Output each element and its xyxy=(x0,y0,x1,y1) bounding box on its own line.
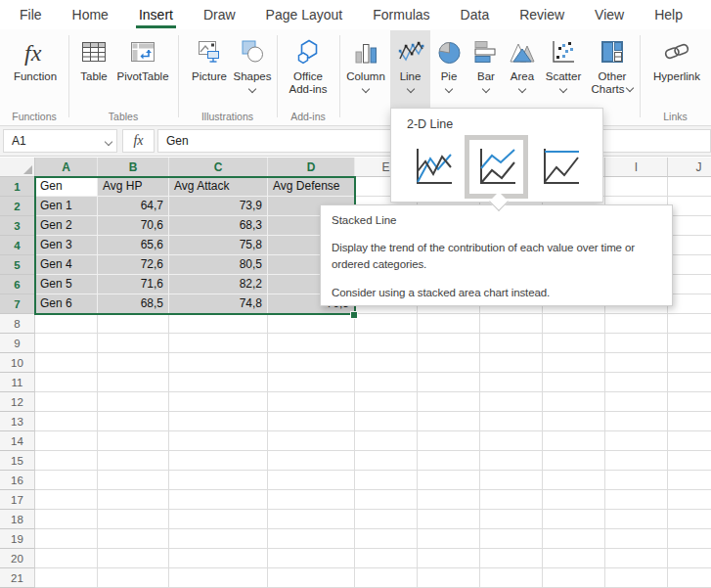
scatter-chart-button[interactable]: Scatter xyxy=(540,32,587,107)
grid-cell-F11[interactable] xyxy=(418,373,480,392)
grid-cell-H18[interactable] xyxy=(543,510,605,529)
grid-cell-J9[interactable] xyxy=(668,334,711,353)
grid-cell-A14[interactable] xyxy=(35,431,98,451)
menu-tab-view[interactable]: View xyxy=(595,0,624,29)
grid-cell-J21[interactable] xyxy=(668,568,711,588)
grid-cell-A6[interactable]: Gen 5 xyxy=(35,275,98,294)
grid-cell-B4[interactable]: 65,6 xyxy=(98,236,169,255)
grid-cell-A18[interactable] xyxy=(35,510,98,529)
row-header-19[interactable]: 19 xyxy=(0,529,35,549)
grid-cell-I15[interactable] xyxy=(605,451,668,471)
grid-cell-D14[interactable] xyxy=(268,431,355,451)
grid-cell-G8[interactable] xyxy=(480,314,543,334)
grid-cell-J6[interactable] xyxy=(668,275,711,294)
grid-cell-F8[interactable] xyxy=(418,314,480,334)
grid-cell-C3[interactable]: 68,3 xyxy=(169,216,268,236)
grid-cell-D20[interactable] xyxy=(268,549,355,568)
grid-cell-D19[interactable] xyxy=(268,529,355,549)
grid-cell-J12[interactable] xyxy=(668,392,711,412)
grid-cell-H8[interactable] xyxy=(543,314,605,334)
grid-cell-J17[interactable] xyxy=(668,490,711,510)
grid-cell-H12[interactable] xyxy=(543,392,605,412)
grid-cell-J18[interactable] xyxy=(668,510,711,529)
grid-cell-C2[interactable]: 73,9 xyxy=(169,197,268,216)
pie-chart-button[interactable]: Pie xyxy=(432,32,466,107)
grid-cell-E18[interactable] xyxy=(355,510,418,529)
grid-cell-G16[interactable] xyxy=(480,471,543,490)
grid-cell-A16[interactable] xyxy=(35,471,98,490)
grid-cell-D16[interactable] xyxy=(268,471,355,490)
grid-cell-H16[interactable] xyxy=(543,471,605,490)
grid-cell-H17[interactable] xyxy=(543,490,605,510)
grid-cell-E16[interactable] xyxy=(355,471,418,490)
grid-cell-B15[interactable] xyxy=(98,451,169,471)
grid-cell-J19[interactable] xyxy=(668,529,711,549)
grid-cell-A12[interactable] xyxy=(35,392,98,412)
grid-cell-J4[interactable] xyxy=(668,236,711,255)
grid-cell-D11[interactable] xyxy=(268,373,355,392)
grid-cell-I9[interactable] xyxy=(605,334,668,353)
grid-cell-E12[interactable] xyxy=(355,392,418,412)
grid-cell-G14[interactable] xyxy=(480,431,543,451)
grid-cell-B21[interactable] xyxy=(98,568,169,588)
grid-cell-A3[interactable]: Gen 2 xyxy=(35,216,98,236)
grid-cell-F16[interactable] xyxy=(418,471,480,490)
grid-cell-J10[interactable] xyxy=(668,353,711,373)
grid-cell-H21[interactable] xyxy=(543,568,605,588)
function-button[interactable]: fx Function xyxy=(8,32,63,107)
row-header-4[interactable]: 4 xyxy=(0,236,35,255)
grid-cell-B13[interactable] xyxy=(98,412,169,431)
grid-cell-J15[interactable] xyxy=(668,451,711,471)
grid-cell-F20[interactable] xyxy=(418,549,480,568)
grid-cell-G20[interactable] xyxy=(480,549,543,568)
table-button[interactable]: Table xyxy=(74,32,113,107)
area-chart-button[interactable]: Area xyxy=(504,32,541,107)
grid-cell-A4[interactable]: Gen 3 xyxy=(35,236,98,255)
grid-cell-F13[interactable] xyxy=(418,412,480,431)
grid-cell-A10[interactable] xyxy=(35,353,98,373)
row-header-2[interactable]: 2 xyxy=(0,197,35,216)
grid-cell-I12[interactable] xyxy=(605,392,668,412)
grid-cell-D15[interactable] xyxy=(268,451,355,471)
grid-cell-B2[interactable]: 64,7 xyxy=(98,197,169,216)
grid-cell-A8[interactable] xyxy=(35,314,98,334)
grid-cell-C17[interactable] xyxy=(169,490,268,510)
grid-cell-B6[interactable]: 71,6 xyxy=(98,275,169,294)
grid-cell-C4[interactable]: 75,8 xyxy=(169,236,268,255)
row-header-13[interactable]: 13 xyxy=(0,412,35,431)
row-header-1[interactable]: 1 xyxy=(0,177,35,197)
row-header-10[interactable]: 10 xyxy=(0,353,35,373)
grid-cell-G12[interactable] xyxy=(480,392,543,412)
column-header-J[interactable]: J xyxy=(668,158,711,177)
grid-cell-C18[interactable] xyxy=(169,510,268,529)
column-header-A[interactable]: A xyxy=(35,158,98,177)
grid-cell-I17[interactable] xyxy=(605,490,668,510)
grid-cell-G19[interactable] xyxy=(480,529,543,549)
grid-cell-C21[interactable] xyxy=(169,568,268,588)
grid-cell-I8[interactable] xyxy=(605,314,668,334)
grid-cell-A15[interactable] xyxy=(35,451,98,471)
grid-cell-I14[interactable] xyxy=(605,431,668,451)
grid-cell-A5[interactable]: Gen 4 xyxy=(35,255,98,275)
grid-cell-C16[interactable] xyxy=(169,471,268,490)
menu-tab-draw[interactable]: Draw xyxy=(203,0,236,29)
grid-cell-G13[interactable] xyxy=(480,412,543,431)
grid-cell-A11[interactable] xyxy=(35,373,98,392)
grid-cell-C7[interactable]: 74,8 xyxy=(169,294,268,314)
grid-cell-E19[interactable] xyxy=(355,529,418,549)
grid-cell-E21[interactable] xyxy=(355,568,418,588)
menu-tab-page-layout[interactable]: Page Layout xyxy=(266,0,343,29)
row-header-3[interactable]: 3 xyxy=(0,216,35,236)
grid-cell-B17[interactable] xyxy=(98,490,169,510)
grid-cell-B10[interactable] xyxy=(98,353,169,373)
menu-tab-data[interactable]: Data xyxy=(461,0,490,29)
grid-cell-C20[interactable] xyxy=(169,549,268,568)
column-header-D[interactable]: D xyxy=(268,158,355,177)
grid-cell-B20[interactable] xyxy=(98,549,169,568)
grid-cell-B7[interactable]: 68,5 xyxy=(98,294,169,314)
gallery-item-line[interactable] xyxy=(401,135,465,199)
grid-cell-C5[interactable]: 80,5 xyxy=(169,255,268,275)
name-box-chevron[interactable] xyxy=(105,138,112,146)
line-chart-button[interactable]: Line xyxy=(390,30,430,111)
grid-cell-J8[interactable] xyxy=(668,314,711,334)
